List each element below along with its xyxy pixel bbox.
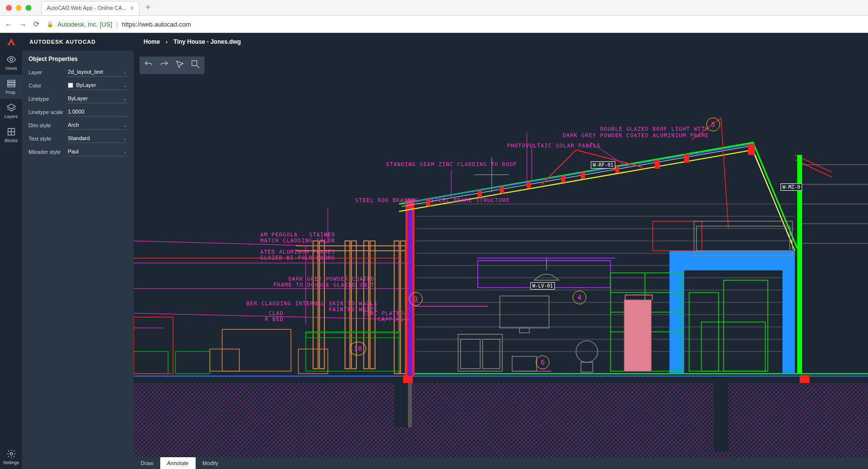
forward-button[interactable]: → (19, 20, 27, 29)
linetype-select[interactable]: ByLayer⌄ (67, 94, 128, 103)
minimize-window-button[interactable] (16, 5, 22, 11)
iconbar-layers[interactable]: Layers (0, 99, 23, 123)
svg-rect-34 (134, 352, 168, 374)
browser-toolbar: ← → ⟳ 🔒 Autodesk, Inc. [US] | https://we… (0, 16, 868, 33)
svg-rect-83 (782, 251, 795, 374)
text-style-select[interactable]: Standard⌄ (67, 134, 128, 143)
breadcrumb-sep-icon: › (166, 39, 168, 45)
layers-icon (6, 103, 16, 113)
iconbar-properties[interactable]: Prop. (0, 75, 23, 99)
iconbar-blocks[interactable]: Blocks (0, 123, 23, 147)
label-roof-light-2: DARK GREY POWDER COATED ALUMINIUM FRAME (488, 132, 709, 139)
svg-rect-39 (134, 317, 173, 374)
gear-icon (6, 449, 16, 459)
url-path: https://web.autocad.com (122, 21, 191, 28)
label-glazed-2: FRAME TO DOUBLE GLAZED UNIT (134, 282, 375, 288)
brand-bar: AUTODESK AUTOCAD (23, 33, 134, 51)
bottom-tabbar: Draw Annotate Modify (134, 457, 868, 469)
svg-rect-62 (527, 181, 531, 188)
label-frames-2: GLAZED BI-FOLD DOORS (134, 255, 335, 261)
prop-linetype: Linetype ByLayer⌄ (23, 92, 134, 105)
window-controls (6, 5, 31, 11)
svg-rect-15 (408, 383, 412, 427)
svg-rect-73 (500, 296, 549, 328)
tab-draw[interactable]: Draw (134, 457, 160, 469)
svg-rect-95 (624, 300, 651, 371)
chevron-down-icon: ⌄ (123, 96, 127, 101)
svg-rect-29 (401, 241, 405, 374)
section-marker-6: 6 (536, 355, 550, 369)
svg-rect-74 (520, 328, 529, 333)
mleader-style-select[interactable]: Paul⌄ (67, 147, 128, 156)
svg-rect-67 (684, 154, 689, 163)
chevron-down-icon: ⌄ (123, 69, 127, 75)
iconbar-settings[interactable]: Settings (0, 445, 23, 469)
linetype-scale-input[interactable]: 1.0000 (67, 107, 128, 117)
svg-rect-14 (394, 383, 409, 427)
back-button[interactable]: ← (5, 20, 12, 29)
svg-rect-92 (689, 293, 719, 371)
color-select[interactable]: ByLayer⌄ (67, 81, 128, 90)
svg-rect-84 (653, 221, 702, 251)
address-bar[interactable]: 🔒 Autodesk, Inc. [US] | https://web.auto… (47, 21, 191, 28)
tab-modify[interactable]: Modify (196, 457, 225, 469)
svg-rect-20 (403, 375, 413, 383)
svg-rect-35 (175, 352, 210, 374)
label-zinc-roof: STANDING SEAM ZINC CLADDING TO ROOF (311, 161, 517, 168)
svg-rect-36 (210, 349, 239, 371)
svg-rect-94 (723, 280, 768, 371)
svg-rect-76 (461, 339, 480, 369)
svg-rect-77 (483, 339, 500, 369)
svg-rect-81 (669, 251, 795, 270)
new-tab-button[interactable]: + (145, 2, 151, 13)
svg-point-0 (10, 59, 12, 61)
prop-text-style: Text style Standard⌄ (23, 132, 134, 145)
app-root: Views Prop. Layers Blocks Settings AUTOD… (0, 33, 868, 469)
reload-button[interactable]: ⟳ (33, 20, 40, 29)
svg-point-7 (10, 453, 12, 455)
svg-rect-21 (800, 375, 810, 383)
svg-rect-80 (581, 362, 593, 372)
svg-rect-13 (134, 383, 868, 463)
dim-style-select[interactable]: Arch⌄ (67, 120, 128, 130)
layer-select[interactable]: 2d_layout_text⌄ (67, 67, 128, 77)
svg-rect-28 (394, 241, 399, 374)
url-host: Autodesk, Inc. [US] (58, 21, 112, 28)
color-swatch (68, 83, 73, 88)
tab-annotate[interactable]: Annotate (160, 457, 196, 469)
maximize-window-button[interactable] (26, 5, 31, 11)
label-roof-light-1: DOUBLE GLAZED ROOF LIGHT WITH (488, 126, 709, 132)
svg-rect-1 (7, 80, 15, 82)
svg-rect-68 (748, 144, 755, 155)
window-titlebar: AutoCAD Web App - Online CA... × + (0, 0, 868, 16)
iconbar-views[interactable]: Views (0, 51, 23, 75)
label-capping-2: CAPPING (281, 316, 404, 322)
browser-tab[interactable]: AutoCAD Web App - Online CA... × (41, 1, 140, 15)
prop-mleader-style: Mleader style Paul⌄ (23, 145, 134, 158)
tag-wlv: W-LV-01 (530, 282, 555, 290)
section-marker-5: 5 (706, 117, 720, 131)
close-tab-icon[interactable]: × (130, 4, 134, 12)
breadcrumb-file[interactable]: Tiny House - Jones.dwg (174, 38, 241, 45)
close-window-button[interactable] (6, 5, 12, 11)
section-marker-4: 4 (573, 291, 586, 304)
app-logo[interactable] (0, 33, 23, 51)
prop-dim-style: Dim style Arch⌄ (23, 118, 134, 132)
panel-title: Object Properties (23, 51, 134, 65)
main-area: Home › Tiny House - Jones.dwg (134, 33, 868, 469)
breadcrumb-bar: Home › Tiny House - Jones.dwg (134, 33, 868, 51)
chevron-down-icon: ⌄ (123, 136, 127, 141)
section-marker-3: 3 (409, 292, 423, 306)
label-pergola-2: MATCH CLADDING COLOR (134, 237, 335, 244)
svg-rect-60 (478, 190, 482, 197)
autodesk-logo-icon (6, 36, 17, 47)
prop-color: Color ByLayer⌄ (23, 79, 134, 92)
svg-rect-42 (407, 209, 412, 376)
svg-rect-61 (500, 186, 504, 193)
drawing-canvas[interactable]: DOUBLE GLAZED ROOF LIGHT WITH DARK GREY … (134, 51, 868, 469)
svg-rect-16 (714, 383, 728, 452)
properties-icon (6, 79, 16, 88)
views-icon (6, 55, 16, 64)
breadcrumb-home[interactable]: Home (144, 38, 160, 45)
lock-icon: 🔒 (47, 21, 54, 28)
